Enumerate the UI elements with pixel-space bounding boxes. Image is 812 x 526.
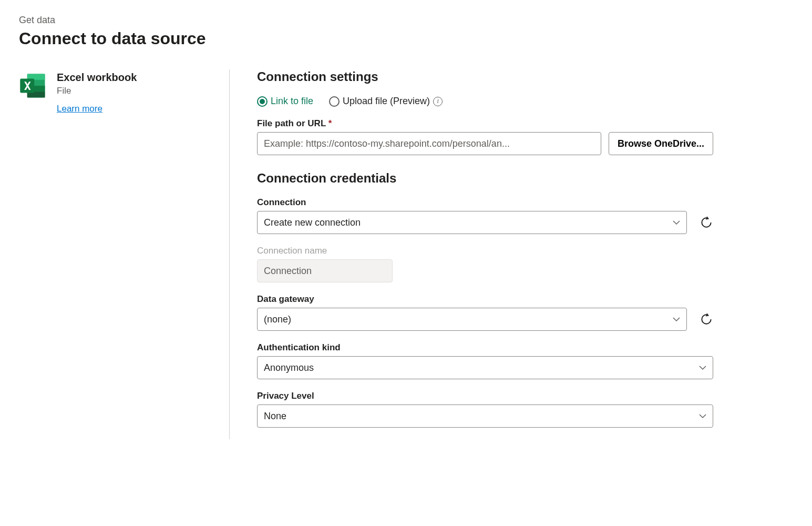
data-gateway-label: Data gateway <box>257 294 713 305</box>
browse-onedrive-button[interactable]: Browse OneDrive... <box>609 132 713 155</box>
main-panel: Connection settings Link to file Upload … <box>230 69 713 439</box>
breadcrumb: Get data <box>19 15 793 26</box>
connection-label: Connection <box>257 197 713 208</box>
refresh-connection-icon[interactable] <box>700 216 713 229</box>
source-card: Excel workbook File Learn more <box>19 69 213 114</box>
data-gateway-select[interactable]: (none) <box>257 308 687 331</box>
authentication-kind-value: Anonymous <box>264 362 314 373</box>
connection-settings-heading: Connection settings <box>257 69 713 84</box>
connection-credentials-heading: Connection credentials <box>257 171 713 186</box>
info-icon[interactable]: i <box>433 97 443 106</box>
excel-icon <box>19 72 47 100</box>
data-gateway-value: (none) <box>264 314 291 325</box>
radio-link-to-file[interactable]: Link to file <box>257 96 313 107</box>
authentication-kind-label: Authentication kind <box>257 342 713 353</box>
radio-selected-icon <box>257 96 268 107</box>
radio-upload-label: Upload file (Preview) <box>343 96 430 107</box>
sidebar: Excel workbook File Learn more <box>19 69 229 439</box>
file-mode-radio-group: Link to file Upload file (Preview) i <box>257 96 713 107</box>
refresh-gateway-icon[interactable] <box>700 312 713 326</box>
connection-name-input <box>257 259 393 282</box>
page-title: Connect to data source <box>19 29 793 48</box>
file-path-input[interactable] <box>257 132 601 155</box>
radio-upload-file[interactable]: Upload file (Preview) i <box>329 96 443 107</box>
privacy-level-select[interactable]: None <box>257 404 713 428</box>
connection-select[interactable]: Create new connection <box>257 211 687 234</box>
source-type: File <box>57 86 137 96</box>
source-name: Excel workbook <box>57 72 137 84</box>
required-asterisk: * <box>328 118 332 128</box>
connection-select-value: Create new connection <box>264 217 361 228</box>
file-path-label: File path or URL * <box>257 118 713 129</box>
privacy-level-label: Privacy Level <box>257 391 713 401</box>
connection-name-label: Connection name <box>257 246 713 256</box>
radio-link-label: Link to file <box>271 96 313 107</box>
authentication-kind-select[interactable]: Anonymous <box>257 356 713 379</box>
learn-more-link[interactable]: Learn more <box>57 104 137 114</box>
radio-unselected-icon <box>329 96 340 107</box>
privacy-level-value: None <box>264 411 286 422</box>
